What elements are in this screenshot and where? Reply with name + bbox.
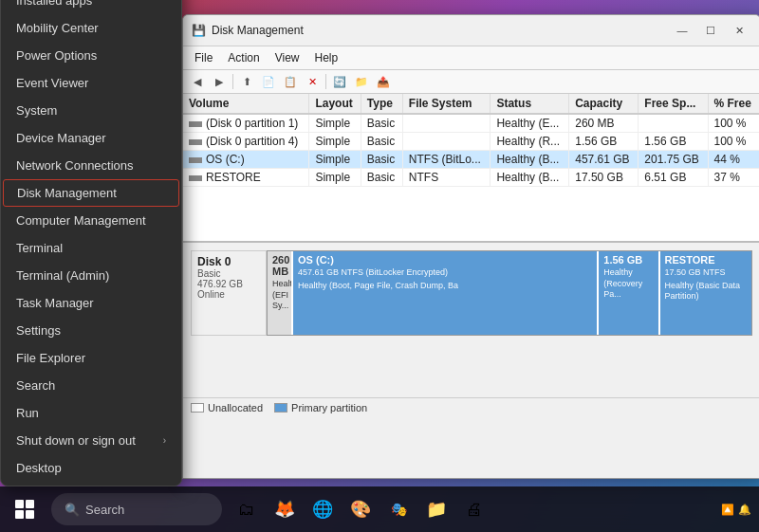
window-menubar: File Action View Help bbox=[183, 46, 759, 70]
cell-fs bbox=[402, 133, 491, 151]
window-toolbar: ◀ ▶ ⬆ 📄 📋 ✕ 🔄 📁 📤 bbox=[183, 70, 759, 94]
menu-action[interactable]: Action bbox=[220, 48, 267, 67]
toolbar-export[interactable]: 📤 bbox=[373, 72, 394, 91]
toolbar-up[interactable]: ⬆ bbox=[236, 72, 257, 91]
disk-partitions: 260 MBHealthy (EFI Sy...OS (C:)457.61 GB… bbox=[267, 250, 752, 336]
menu-item-computer-management[interactable]: Computer Management bbox=[1, 207, 181, 234]
table-row[interactable]: OS (C:) Simple Basic NTFS (BitLo... Heal… bbox=[183, 151, 759, 169]
menu-item-label: Desktop bbox=[16, 461, 62, 475]
start-button[interactable] bbox=[4, 488, 46, 530]
partition[interactable]: OS (C:)457.61 GB NTFS (BitLocker Encrypt… bbox=[293, 251, 599, 335]
menu-item-label: Disk Management bbox=[17, 186, 117, 200]
cell-capacity: 260 MB bbox=[569, 114, 639, 133]
toolbar-refresh[interactable]: 🔄 bbox=[329, 72, 350, 91]
col-free[interactable]: Free Sp... bbox=[639, 94, 708, 114]
menu-item-system[interactable]: System bbox=[1, 97, 181, 124]
disk-status: Online bbox=[197, 289, 260, 300]
table-row[interactable]: (Disk 0 partition 1) Simple Basic Health… bbox=[183, 114, 759, 133]
partition[interactable]: 1.56 GBHealthy (Recovery Pa... bbox=[599, 251, 659, 335]
menu-view[interactable]: View bbox=[268, 48, 307, 67]
taskbar-icons: 🗂 🦊 🌐 🎨 🎭 📁 🖨 bbox=[230, 492, 491, 526]
menu-item-mobility-center[interactable]: Mobility Center bbox=[1, 14, 181, 42]
toolbar-delete[interactable]: ✕ bbox=[302, 72, 323, 91]
desktop: 💾 Disk Management — ☐ ✕ File Action View… bbox=[0, 0, 759, 532]
disk-table-area[interactable]: Volume Layout Type File System Status Ca… bbox=[183, 94, 759, 241]
menu-item-settings[interactable]: Settings bbox=[1, 317, 181, 344]
context-menu: Installed appsMobility CenterPower Optio… bbox=[0, 0, 182, 486]
taskbar-right: 🔼 🔔 bbox=[721, 504, 751, 516]
col-fs[interactable]: File System bbox=[402, 94, 491, 114]
menu-item-search[interactable]: Search bbox=[1, 372, 181, 399]
cell-volume: (Disk 0 partition 1) bbox=[183, 114, 309, 133]
partition-size: 457.61 GB NTFS (BitLocker Encrypted) bbox=[298, 267, 592, 279]
menu-item-terminal-(admin)[interactable]: Terminal (Admin) bbox=[1, 262, 181, 289]
cell-volume: OS (C:) bbox=[183, 151, 309, 169]
col-volume[interactable]: Volume bbox=[183, 94, 309, 114]
col-layout[interactable]: Layout bbox=[309, 94, 361, 114]
menu-item-label: Shut down or sign out bbox=[16, 433, 136, 448]
taskbar-chevron-up[interactable]: 🔼 bbox=[721, 504, 734, 516]
menu-item-disk-management[interactable]: Disk Management bbox=[3, 179, 179, 207]
window-controls: — ☐ ✕ bbox=[669, 21, 752, 40]
taskbar-icon-chrome[interactable]: 🌐 bbox=[305, 492, 340, 526]
minimize-button[interactable]: — bbox=[669, 21, 695, 40]
taskbar-icon-firefox[interactable]: 🦊 bbox=[268, 492, 302, 526]
table-row[interactable]: RESTORE Simple Basic NTFS Healthy (B... … bbox=[183, 169, 759, 187]
col-capacity[interactable]: Capacity bbox=[569, 94, 639, 114]
menu-help[interactable]: Help bbox=[307, 48, 346, 67]
taskbar-notification[interactable]: 🔔 bbox=[738, 504, 751, 516]
legend-primary: Primary partition bbox=[274, 402, 367, 413]
windows-logo bbox=[15, 500, 34, 519]
toolbar-folder[interactable]: 📁 bbox=[351, 72, 372, 91]
menu-item-label: Settings bbox=[16, 323, 61, 338]
cell-pct: 100 % bbox=[708, 114, 759, 133]
menu-item-desktop[interactable]: Desktop bbox=[1, 454, 181, 482]
disk-label: Disk 0 Basic 476.92 GB Online bbox=[191, 250, 267, 336]
menu-item-run[interactable]: Run bbox=[1, 399, 181, 427]
cell-status: Healthy (E... bbox=[491, 114, 569, 133]
menu-item-terminal[interactable]: Terminal bbox=[1, 234, 181, 262]
cell-capacity: 17.50 GB bbox=[569, 169, 639, 187]
taskbar-icon-photoshop[interactable]: 🎨 bbox=[343, 492, 378, 526]
taskbar-icon-explorer[interactable]: 📁 bbox=[419, 492, 454, 526]
cell-capacity: 1.56 GB bbox=[569, 133, 639, 151]
toolbar-doc[interactable]: 📄 bbox=[258, 72, 279, 91]
partition-name: OS (C:) bbox=[298, 254, 592, 266]
toolbar-back[interactable]: ◀ bbox=[187, 72, 208, 91]
menu-item-power-options[interactable]: Power Options bbox=[1, 42, 181, 69]
col-type[interactable]: Type bbox=[361, 94, 402, 114]
menu-item-label: Search bbox=[16, 378, 55, 393]
close-button[interactable]: ✕ bbox=[726, 21, 752, 40]
menu-item-task-manager[interactable]: Task Manager bbox=[1, 289, 181, 317]
taskbar-icon-printer[interactable]: 🖨 bbox=[457, 492, 491, 526]
partition[interactable]: RESTORE17.50 GB NTFSHealthy (Basic Data … bbox=[660, 251, 751, 335]
menu-item-network-connections[interactable]: Network Connections bbox=[1, 152, 181, 179]
cell-fs: NTFS bbox=[402, 169, 491, 187]
toolbar-forward[interactable]: ▶ bbox=[209, 72, 230, 91]
menu-item-device-manager[interactable]: Device Manager bbox=[1, 124, 181, 152]
taskbar: 🔍 Search 🗂 🦊 🌐 🎨 🎭 📁 🖨 🔼 🔔 bbox=[0, 486, 759, 532]
cell-fs bbox=[402, 114, 491, 133]
menu-item-label: Terminal (Admin) bbox=[16, 268, 109, 283]
menu-file[interactable]: File bbox=[187, 48, 220, 67]
taskbar-icon-misc[interactable]: 🎭 bbox=[381, 492, 416, 526]
cell-capacity: 457.61 GB bbox=[569, 151, 639, 169]
partition[interactable]: 260 MBHealthy (EFI Sy... bbox=[268, 251, 293, 335]
taskbar-icon-files[interactable]: 🗂 bbox=[230, 492, 264, 526]
menu-item-installed-apps[interactable]: Installed apps bbox=[1, 0, 181, 14]
maximize-button[interactable]: ☐ bbox=[697, 21, 724, 40]
cell-volume: (Disk 0 partition 4) bbox=[183, 133, 309, 151]
table-row[interactable]: (Disk 0 partition 4) Simple Basic Health… bbox=[183, 133, 759, 151]
toolbar-clip[interactable]: 📋 bbox=[280, 72, 301, 91]
col-status[interactable]: Status bbox=[491, 94, 569, 114]
cell-pct: 37 % bbox=[708, 169, 759, 187]
disk-type: Basic bbox=[197, 268, 260, 279]
col-pct[interactable]: % Free bbox=[708, 94, 759, 114]
taskbar-search[interactable]: 🔍 Search bbox=[51, 493, 222, 525]
search-icon: 🔍 bbox=[65, 503, 80, 517]
menu-item-file-explorer[interactable]: File Explorer bbox=[1, 344, 181, 372]
window-icon: 💾 bbox=[191, 23, 206, 38]
menu-item-shut-down-or-sign-out[interactable]: Shut down or sign out› bbox=[1, 427, 181, 454]
partition-detail: Healthy (Basic Data Partition) bbox=[665, 281, 747, 303]
menu-item-event-viewer[interactable]: Event Viewer bbox=[1, 69, 181, 97]
